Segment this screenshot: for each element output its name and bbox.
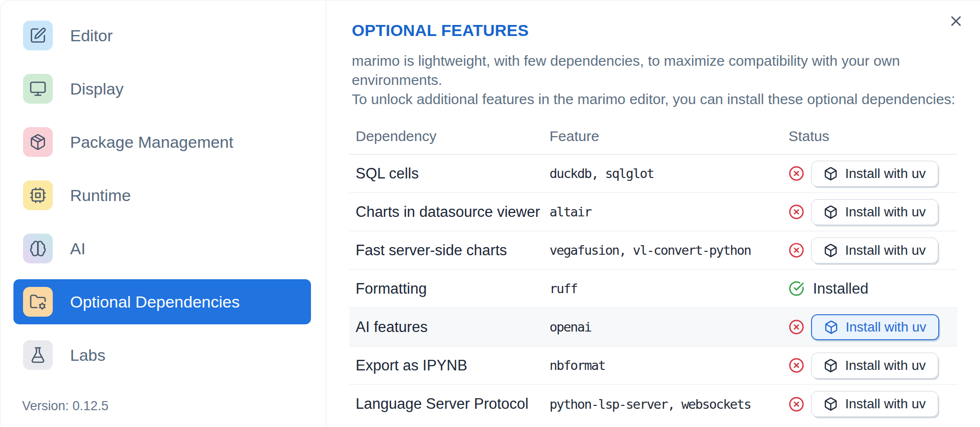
app-version: Version: 0.12.5 [13,399,318,414]
circle-x-icon [789,204,804,220]
circle-x-icon [789,319,804,335]
column-header-status: Status [782,128,957,144]
panel-description-line1: marimo is lightweight, with few dependen… [352,51,957,90]
sidebar-item-label: AI [70,239,85,258]
circle-x-icon [789,166,804,181]
feature-packages: altair [543,204,782,219]
status-cell: Install with uv [782,237,957,263]
sidebar-item-runtime[interactable]: Runtime [13,173,311,218]
install-button-label: Install with uv [845,358,926,373]
circle-x-icon [789,396,804,412]
dependency-name: Language Server Protocol [349,395,543,413]
install-with-uv-button[interactable]: Install with uv [811,237,938,263]
panel-description-line2: To unlock additional features in the mar… [352,90,957,109]
install-button-label: Install with uv [845,204,926,220]
status-cell: Install with uv [782,391,957,417]
sidebar-item-label: Display [70,80,123,98]
dependency-name: AI features [349,319,543,336]
status-cell: Install with uv [782,353,957,379]
install-button-label: Install with uv [845,166,926,181]
feature-packages: nbformat [543,358,782,373]
install-with-uv-button[interactable]: Install with uv [811,391,938,417]
install-button-label: Install with uv [845,243,926,258]
dependencies-table: Dependency Feature Status SQL cells duck… [349,118,957,423]
circle-x-icon [789,242,804,258]
install-with-uv-button-focused[interactable]: Install with uv [811,314,939,340]
install-with-uv-button[interactable]: Install with uv [811,353,938,379]
table-row: SQL cells duckdb, sqlglot Install with u… [349,154,957,193]
status-cell: Install with uv [782,314,957,340]
table-body: SQL cells duckdb, sqlglot Install with u… [349,154,957,423]
sidebar-item-package-management[interactable]: Package Management [13,119,311,165]
feature-packages: ruff [543,281,782,296]
sidebar-item-editor[interactable]: Editor [13,13,311,58]
flask-icon [23,340,53,370]
brain-icon [23,234,53,263]
box-icon [824,320,838,334]
editor-icon [23,21,53,50]
table-row: Language Server Protocol python-lsp-serv… [349,385,957,423]
status-cell: Installed [782,280,957,297]
sidebar-item-label: Package Management [70,133,233,152]
close-icon [948,13,964,29]
folder-cog-icon [23,287,53,317]
dependency-name: Charts in datasource viewer [349,203,543,221]
dependency-name: Fast server-side charts [349,242,543,259]
sidebar-item-display[interactable]: Display [13,66,311,111]
table-header-row: Dependency Feature Status [349,118,957,154]
page-title: OPTIONAL FEATURES [349,21,957,40]
sidebar-item-label: Runtime [70,186,131,205]
install-button-label: Install with uv [845,396,926,412]
feature-packages: vegafusion, vl-convert-python [543,243,782,258]
table-row: Fast server-side charts vegafusion, vl-c… [349,231,957,270]
install-with-uv-button[interactable]: Install with uv [811,199,938,225]
close-button[interactable] [945,11,967,32]
box-icon [824,243,838,258]
package-icon [23,127,53,157]
feature-packages: openai [543,320,782,334]
feature-packages: python-lsp-server, websockets [543,397,782,412]
sidebar-item-ai[interactable]: AI [13,226,311,271]
optional-features-panel: OPTIONAL FEATURES marimo is lightweight,… [326,0,980,427]
monitor-icon [23,74,53,104]
settings-sidebar: Editor Display Package Management Runtim… [0,0,326,427]
status-cell: Install with uv [782,161,957,187]
box-icon [824,166,838,181]
status-cell: Install with uv [782,199,957,225]
box-icon [824,358,838,373]
install-with-uv-button[interactable]: Install with uv [811,161,938,187]
circle-x-icon [789,357,804,373]
table-row: Formatting ruff Installed [349,270,957,308]
table-row: AI features openai Install with uv [349,308,957,346]
box-icon [824,397,838,411]
install-button-label: Install with uv [846,320,926,335]
cpu-icon [23,180,53,210]
circle-check-icon [789,281,804,297]
dependency-name: SQL cells [349,165,543,182]
installed-status-label: Installed [811,280,868,297]
sidebar-item-optional-dependencies[interactable]: Optional Dependencies [13,279,311,324]
sidebar-item-label: Labs [70,346,106,365]
dependency-name: Formatting [349,280,543,297]
column-header-dependency: Dependency [349,128,543,144]
dependency-name: Export as IPYNB [349,357,543,374]
table-row: Charts in datasource viewer altair Insta… [349,193,957,231]
settings-dialog: Editor Display Package Management Runtim… [0,0,980,427]
column-header-feature: Feature [543,128,782,144]
box-icon [824,205,838,219]
panel-description: marimo is lightweight, with few dependen… [349,51,957,109]
table-row: Export as IPYNB nbformat Install with uv [349,346,957,385]
sidebar-item-label: Editor [70,26,113,45]
sidebar-item-label: Optional Dependencies [70,293,239,311]
sidebar-item-labs[interactable]: Labs [13,332,311,378]
feature-packages: duckdb, sqlglot [543,166,782,181]
